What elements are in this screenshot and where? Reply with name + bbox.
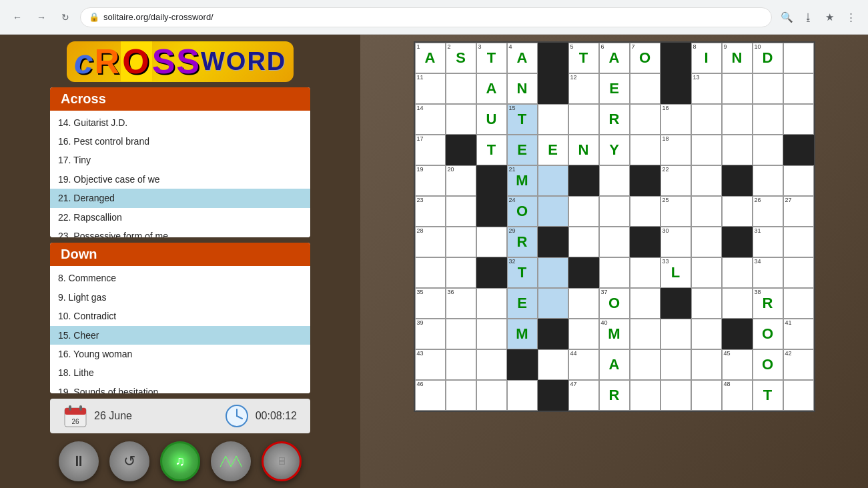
grid-cell[interactable] xyxy=(783,288,814,319)
grid-cell[interactable] xyxy=(753,73,783,104)
grid-cell[interactable] xyxy=(568,165,599,196)
grid-cell[interactable] xyxy=(538,257,568,288)
grid-cell[interactable]: T xyxy=(476,135,507,165)
grid-cell[interactable] xyxy=(476,349,507,380)
grid-cell[interactable] xyxy=(630,349,661,380)
clue-across-17[interactable]: 17. Tiny xyxy=(50,151,310,169)
grid-cell[interactable] xyxy=(691,165,722,196)
grid-cell[interactable]: 27 xyxy=(783,196,814,227)
grid-cell[interactable]: U xyxy=(476,104,507,135)
grid-cell[interactable] xyxy=(661,349,691,380)
grid-cell[interactable]: N xyxy=(568,135,599,165)
search-icon-btn[interactable]: 🔍 xyxy=(777,8,796,27)
grid-cell[interactable] xyxy=(568,196,599,227)
grid-cell[interactable]: 11 xyxy=(415,73,446,104)
clue-across-22[interactable]: 22. Rapscallion xyxy=(50,208,310,227)
grid-cell[interactable]: O xyxy=(753,349,783,380)
grid-cell[interactable]: 46 xyxy=(415,380,446,411)
grid-cell[interactable]: 45 xyxy=(722,349,753,380)
grid-cell[interactable]: 12 xyxy=(568,73,599,104)
grid-cell[interactable] xyxy=(630,165,661,196)
grid-cell[interactable] xyxy=(507,380,538,411)
grid-cell[interactable] xyxy=(722,196,753,227)
menu-icon-btn[interactable]: ⋮ xyxy=(841,8,860,27)
grid-cell[interactable] xyxy=(599,257,630,288)
grid-cell[interactable] xyxy=(722,319,753,349)
grid-cell[interactable] xyxy=(783,135,814,165)
grid-cell[interactable] xyxy=(446,319,476,349)
grid-cell[interactable]: R xyxy=(599,104,630,135)
grid-cell[interactable]: N xyxy=(507,73,538,104)
grid-cell[interactable] xyxy=(661,43,691,73)
grid-cell[interactable]: 28 xyxy=(415,227,446,257)
grid-cell[interactable]: 5T xyxy=(568,43,599,73)
grid-cell[interactable]: 37O xyxy=(599,288,630,319)
grid-cell[interactable]: 2S xyxy=(446,43,476,73)
grid-cell[interactable]: 41 xyxy=(783,319,814,349)
grid-cell[interactable] xyxy=(691,227,722,257)
grid-cell[interactable] xyxy=(476,288,507,319)
clue-across-21[interactable]: 21. Deranged xyxy=(50,189,310,207)
grid-cell[interactable] xyxy=(661,288,691,319)
grid-cell[interactable] xyxy=(691,104,722,135)
grid-cell[interactable] xyxy=(538,43,568,73)
grid-cell[interactable] xyxy=(661,319,691,349)
grid-cell[interactable] xyxy=(538,104,568,135)
grid-cell[interactable]: 29R xyxy=(507,227,538,257)
grid-cell[interactable] xyxy=(476,227,507,257)
clue-down-8[interactable]: 8. Commence xyxy=(50,269,310,287)
grid-cell[interactable]: 22 xyxy=(661,165,691,196)
grid-cell[interactable]: 1A xyxy=(415,43,446,73)
grid-cell[interactable]: 48 xyxy=(722,380,753,411)
grid-cell[interactable]: E xyxy=(599,73,630,104)
grid-cell[interactable] xyxy=(753,104,783,135)
grid-cell[interactable] xyxy=(446,196,476,227)
grid-cell[interactable]: 33L xyxy=(661,257,691,288)
grid-cell[interactable] xyxy=(446,73,476,104)
clue-across-19[interactable]: 19. Objective case of we xyxy=(50,170,310,189)
pause-button[interactable]: ⏸ xyxy=(59,441,99,481)
grid-cell[interactable] xyxy=(568,288,599,319)
grid-cell[interactable]: 3T xyxy=(476,43,507,73)
grid-cell[interactable] xyxy=(446,349,476,380)
refresh-button[interactable]: ↺ xyxy=(109,441,149,481)
grid-cell[interactable] xyxy=(722,135,753,165)
grid-cell[interactable]: 31 xyxy=(753,227,783,257)
grid-cell[interactable] xyxy=(691,196,722,227)
grid-cell[interactable]: 21M xyxy=(507,165,538,196)
clue-down-18[interactable]: 18. Lithe xyxy=(50,363,310,382)
grid-cell[interactable]: 44 xyxy=(568,349,599,380)
grid-cell[interactable] xyxy=(630,380,661,411)
grid-cell[interactable] xyxy=(783,165,814,196)
bookmark-icon-btn[interactable]: ★ xyxy=(820,8,839,27)
grid-cell[interactable]: 6A xyxy=(599,43,630,73)
forward-button[interactable]: → xyxy=(32,8,51,27)
grid-cell[interactable] xyxy=(691,380,722,411)
grid-cell[interactable] xyxy=(476,319,507,349)
grid-cell[interactable] xyxy=(476,165,507,196)
grid-cell[interactable] xyxy=(783,73,814,104)
grid-cell[interactable] xyxy=(783,380,814,411)
grid-cell[interactable] xyxy=(538,73,568,104)
clue-across-16[interactable]: 16. Pest control brand xyxy=(50,132,310,151)
grid-cell[interactable] xyxy=(753,165,783,196)
grid-cell[interactable]: 32T xyxy=(507,257,538,288)
grid-cell[interactable] xyxy=(691,257,722,288)
grid-cell[interactable] xyxy=(630,319,661,349)
grid-cell[interactable] xyxy=(446,257,476,288)
grid-cell[interactable]: A xyxy=(476,73,507,104)
grid-cell[interactable] xyxy=(661,380,691,411)
grid-cell[interactable] xyxy=(415,257,446,288)
clue-down-10[interactable]: 10. Contradict xyxy=(50,307,310,325)
grid-cell[interactable] xyxy=(630,288,661,319)
grid-cell[interactable] xyxy=(476,257,507,288)
grid-cell[interactable]: 15T xyxy=(507,104,538,135)
clue-down-19[interactable]: 19. Sounds of hesitation xyxy=(50,383,310,393)
grid-cell[interactable] xyxy=(599,227,630,257)
grid-cell[interactable]: 20 xyxy=(446,165,476,196)
back-button[interactable]: ← xyxy=(8,8,27,27)
grid-cell[interactable]: T xyxy=(753,380,783,411)
grid-cell[interactable]: 10D xyxy=(753,43,783,73)
grid-cell[interactable] xyxy=(538,288,568,319)
grid-cell[interactable]: M xyxy=(507,319,538,349)
